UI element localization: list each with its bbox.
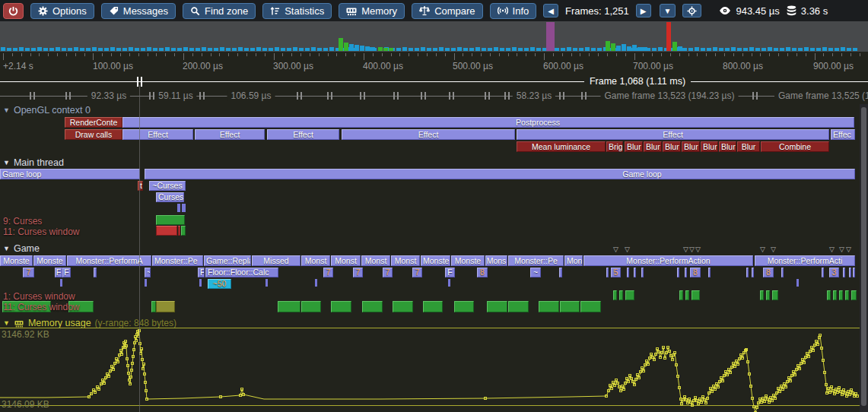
memory-plot[interactable] — [0, 0, 868, 412]
track-label: 1: Curses window — [3, 291, 75, 302]
track-label: 9: Curses — [3, 216, 42, 227]
tracy-profiler-window: Options Messages Find zone Statistics Me… — [0, 0, 868, 412]
track-label: 11: Curses window — [3, 302, 80, 312]
vertical-scrollbar[interactable] — [860, 104, 868, 412]
scrollbar-thumb[interactable] — [861, 107, 866, 406]
frame-boundary-line — [139, 85, 140, 412]
track-label: 11: Curses window — [3, 227, 80, 237]
